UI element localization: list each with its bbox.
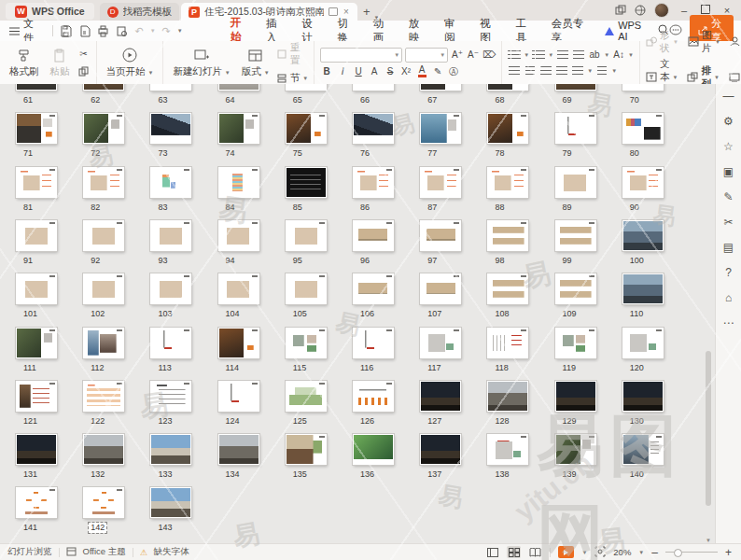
picture-button[interactable]: 图片 ▼ [688, 29, 720, 55]
slide-thumbnail-106[interactable] [353, 273, 394, 304]
slide-thumbnail-97[interactable] [420, 220, 461, 251]
text-effects-button[interactable]: Ⓐ [447, 65, 460, 78]
pen-icon[interactable]: ✎ [721, 189, 736, 204]
slide-thumbnail-115[interactable] [286, 328, 327, 358]
slide-thumbnail-87[interactable] [420, 167, 461, 198]
align-left-button[interactable] [508, 64, 521, 77]
slide-thumbnail-134[interactable] [218, 434, 259, 465]
slide-thumbnail-74[interactable] [218, 113, 259, 144]
slide-thumbnail-77[interactable] [420, 113, 461, 144]
layout-button[interactable]: 版式 ▼ [238, 45, 273, 80]
wps-ai-button[interactable]: WPS AI [605, 20, 649, 42]
slide-thumbnail-89[interactable] [555, 167, 596, 198]
slide-thumbnail-99[interactable] [555, 220, 596, 251]
align-center-button[interactable] [524, 64, 537, 77]
normal-view-button[interactable] [485, 546, 499, 558]
slide-thumbnail-131[interactable] [16, 434, 57, 465]
slide-thumbnail-75[interactable] [286, 113, 327, 144]
vertical-scrollbar[interactable]: ▼ [705, 86, 712, 542]
strikethrough-button[interactable]: S [384, 65, 397, 78]
slide-thumbnail-120[interactable] [622, 328, 664, 358]
avatar-insert-button[interactable]: ▼ [730, 36, 741, 47]
copy-button[interactable] [77, 65, 91, 78]
slide-thumbnail-91[interactable] [16, 220, 57, 251]
reset-button[interactable]: 重置 [277, 41, 308, 67]
slide-thumbnail-123[interactable] [150, 381, 191, 412]
slide-thumbnail-62[interactable] [83, 84, 124, 91]
slide-thumbnail-132[interactable] [83, 434, 124, 465]
vertical-text-button[interactable]: A↕ [612, 49, 625, 62]
print-button[interactable] [97, 25, 109, 37]
font-size-combo[interactable]: ▼ [405, 48, 448, 63]
bullet-list-button[interactable] [508, 49, 521, 62]
bold-button[interactable]: B [320, 65, 333, 78]
slide-thumbnail-118[interactable] [487, 328, 528, 358]
slide-thumbnail-129[interactable] [555, 381, 596, 412]
duplicate-icon[interactable]: ▣ [721, 164, 736, 179]
numbered-list-button[interactable] [532, 49, 545, 62]
slide-thumbnail-119[interactable] [555, 328, 596, 358]
undo-chevron-icon[interactable]: ▼ [150, 28, 156, 34]
save-button[interactable] [60, 25, 72, 37]
workspace-icon[interactable] [615, 5, 626, 16]
text-direction-button[interactable]: ab [588, 49, 601, 62]
slideshow-play-button[interactable] [558, 546, 574, 558]
zoom-slider[interactable] [665, 552, 718, 553]
slide-thumbnail-98[interactable] [487, 220, 528, 251]
line-spacing-button[interactable] [571, 64, 584, 77]
slide-thumbnail-78[interactable] [487, 113, 528, 144]
slide-thumbnail-86[interactable] [353, 167, 394, 198]
slide-thumbnail-83[interactable] [150, 167, 191, 198]
justify-button[interactable] [555, 64, 568, 77]
slide-thumbnail-84[interactable] [218, 167, 259, 198]
slide-thumbnail-85[interactable] [286, 167, 327, 198]
more-icon[interactable]: ⋯ [721, 315, 736, 330]
media-button[interactable]: ▼ [729, 72, 741, 82]
zoom-level[interactable]: 20% [613, 547, 631, 557]
adjust-icon[interactable]: ⚙ [721, 114, 736, 129]
zoom-out-button[interactable]: – [651, 546, 658, 559]
slide-thumbnail-71[interactable] [16, 113, 57, 144]
clear-format-button[interactable]: ⌦ [482, 49, 496, 62]
slide-thumbnail-110[interactable] [622, 273, 664, 304]
undo-button[interactable]: ↶ [134, 25, 143, 37]
decrease-font-button[interactable]: A⁻ [467, 49, 480, 62]
slide-thumbnail-112[interactable] [83, 328, 124, 358]
slide-thumbnail-139[interactable] [555, 434, 596, 465]
slide-thumbnail-109[interactable] [555, 273, 596, 304]
highlight-button[interactable]: ✎ [431, 65, 444, 78]
slide-thumbnail-101[interactable] [16, 273, 57, 304]
slide-thumbnail-135[interactable] [286, 434, 327, 465]
home-icon[interactable]: ⌂ [721, 290, 736, 305]
slide-thumbnail-108[interactable] [487, 273, 528, 304]
slide-thumbnail-113[interactable] [150, 328, 191, 358]
slide-thumbnail-105[interactable] [286, 273, 327, 304]
slide-thumbnail-126[interactable] [353, 381, 394, 412]
help-icon[interactable]: ? [721, 265, 736, 280]
slide-thumbnail-104[interactable] [218, 273, 259, 304]
slide-thumbnail-143[interactable] [150, 487, 191, 518]
slide-thumbnail-93[interactable] [150, 220, 191, 251]
slide-thumbnail-117[interactable] [420, 328, 461, 358]
align-right-button[interactable] [539, 64, 552, 77]
slide-thumbnail-103[interactable] [150, 273, 191, 304]
font-name-combo[interactable]: ▼ [320, 48, 402, 63]
format-painter-button[interactable]: 格式刷 [6, 45, 43, 80]
tools-icon[interactable]: ✂ [721, 215, 736, 230]
slide-sorter-view-button[interactable] [507, 546, 521, 558]
font-color-button[interactable]: A [415, 65, 428, 78]
zoom-slider-knob[interactable] [674, 549, 682, 557]
theme-label[interactable]: Office 主题 [83, 546, 126, 558]
italic-button[interactable]: I [336, 65, 349, 78]
superscript-button[interactable]: X² [399, 65, 412, 78]
slide-thumbnail-141[interactable] [16, 487, 57, 518]
slide-thumbnail-76[interactable] [353, 113, 394, 144]
underline-button[interactable]: U [352, 65, 365, 78]
slide-thumbnail-133[interactable] [150, 434, 191, 465]
slide-thumbnail-82[interactable] [83, 167, 124, 198]
slide-thumbnail-67[interactable] [420, 84, 461, 91]
character-shading-button[interactable]: A [368, 65, 381, 78]
slide-thumbnail-107[interactable] [420, 273, 461, 304]
slide-thumbnail-100[interactable] [622, 220, 664, 251]
reading-view-button[interactable] [528, 546, 542, 558]
